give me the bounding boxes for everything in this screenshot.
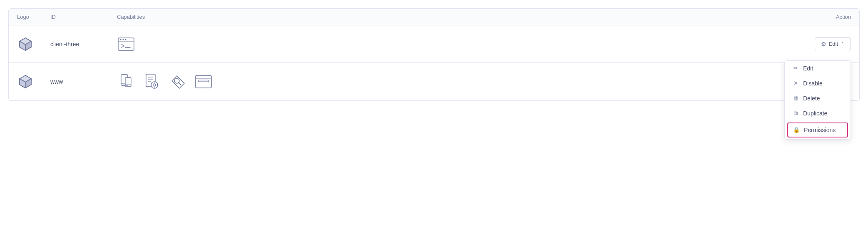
row-logo	[17, 73, 50, 90]
table-header: Logo ID Capabilities Action	[9, 9, 859, 25]
terminal-icon	[117, 37, 135, 52]
header-id: ID	[50, 14, 117, 20]
ticket-search-icon	[169, 72, 187, 91]
row-capabilities	[117, 37, 784, 52]
edit-icon: ✏	[792, 65, 799, 71]
dropdown-edit-label: Edit	[803, 65, 813, 72]
browser-icon	[194, 74, 213, 89]
header-logo: Logo	[17, 14, 50, 20]
svg-point-9	[123, 39, 124, 40]
row-client-id: client-three	[50, 41, 117, 48]
dropdown-item-permissions[interactable]: 🔒 Permissions	[787, 122, 848, 138]
delete-icon: 🗑	[792, 95, 799, 101]
row-client-id: www	[50, 78, 117, 85]
row-logo	[17, 36, 50, 52]
row-capabilities	[117, 72, 784, 91]
dropdown-disable-label: Disable	[803, 80, 823, 87]
dropdown-menu: ✏ Edit ✕ Disable 🗑 Delete ⧉ Duplicate	[784, 60, 851, 140]
dropdown-duplicate-label: Duplicate	[803, 110, 827, 117]
dropdown-item-delete[interactable]: 🗑 Delete	[785, 91, 851, 106]
document-settings-icon	[143, 72, 161, 91]
table-row: www	[9, 63, 859, 100]
dropdown-item-disable[interactable]: ✕ Disable	[785, 76, 851, 91]
gear-icon: ⚙	[821, 41, 826, 48]
header-capabilities: Capabilities	[117, 14, 784, 20]
svg-point-28	[151, 82, 158, 88]
cube-icon	[17, 73, 34, 90]
svg-line-35	[179, 82, 181, 85]
edit-button[interactable]: ⚙ Edit ⌃	[815, 37, 851, 51]
dropdown-item-edit[interactable]: ✏ Edit	[785, 61, 851, 76]
svg-point-10	[125, 39, 126, 40]
dropdown-permissions-label: Permissions	[804, 127, 836, 133]
edit-label: Edit	[829, 41, 838, 47]
mobile-icon	[117, 72, 135, 91]
svg-point-8	[120, 39, 122, 40]
chevron-up-icon: ⌃	[841, 41, 845, 47]
lock-icon: 🔒	[793, 127, 800, 133]
table-row: client-three ⚙ Edit ⌃	[9, 25, 859, 63]
svg-rect-20	[125, 78, 131, 87]
disable-icon: ✕	[792, 80, 799, 86]
dropdown-item-duplicate[interactable]: ⧉ Duplicate	[785, 106, 851, 121]
header-action: Action	[784, 14, 851, 20]
row-action: ⚙ Edit ⌃ ✏ Edit ✕ Disable 🗑	[784, 37, 851, 51]
duplicate-icon: ⧉	[792, 110, 799, 117]
svg-rect-38	[198, 80, 209, 82]
dropdown-delete-label: Delete	[803, 95, 820, 102]
cube-icon	[17, 36, 34, 52]
